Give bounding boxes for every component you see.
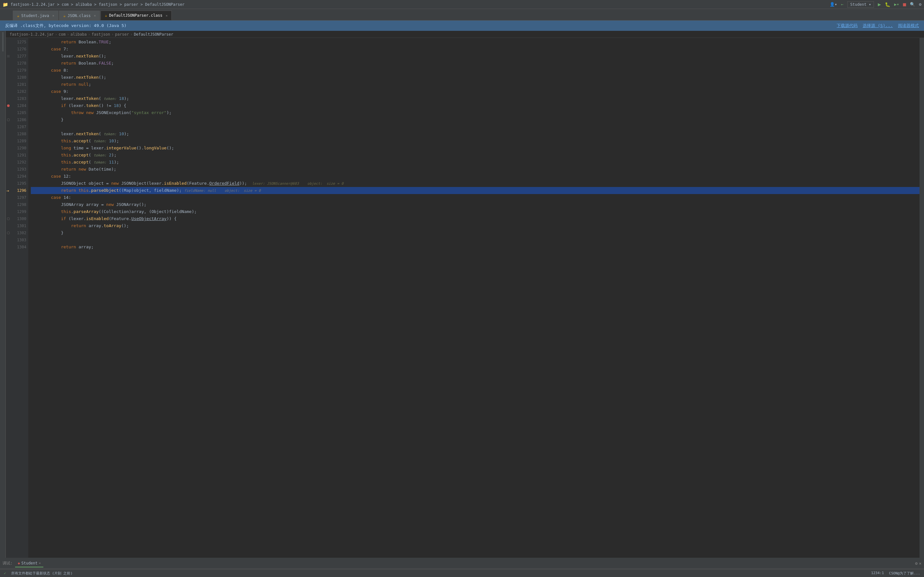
profile-icon[interactable]: 👤▾ xyxy=(829,2,837,7)
status-bar: ✓ 所有文件都处于最新状态 (片刻 之前) 1234:1 CSON@为了了解..… xyxy=(0,569,924,577)
debug-header: 调试: ◆ Student ✕ ⚙ ✕ xyxy=(0,558,924,569)
code-line-1285: throw new JSONException("syntax error"); xyxy=(31,109,919,116)
code-line-1299: this.parseArray((Collection)array, (Obje… xyxy=(31,208,919,215)
debug-title: 调试: xyxy=(3,561,13,566)
debug-header-controls: ⚙ ✕ xyxy=(915,561,921,566)
breadcrumb: fastjson-1.2.24.jar › com › alibaba › fa… xyxy=(6,31,924,38)
code-line-1304: return array; xyxy=(31,243,919,251)
back-icon[interactable]: ← xyxy=(841,2,844,7)
debug-session-icon: ◆ xyxy=(18,561,20,566)
code-line-1303 xyxy=(31,237,919,243)
title-path: fastjson-1.2.24.jar > com > alibaba > fa… xyxy=(11,2,185,7)
code-line-1278: return Boolean.FALSE; xyxy=(31,60,919,67)
code-line-1284: if (lexer.token() != 18) { xyxy=(31,102,919,109)
code-line-1283: lexer.nextToken( token: 18); xyxy=(31,95,919,102)
status-encoding: CSON@为了了解... xyxy=(889,571,920,576)
debug-close-icon[interactable]: ✕ xyxy=(919,561,921,566)
tab-label-defaultjson: DefaultJSONParser.class xyxy=(109,13,162,18)
code-line-1277: lexer.nextToken(); xyxy=(31,53,919,60)
code-line-1275: return Boolean.TRUE; xyxy=(31,39,919,46)
more-run-btn[interactable]: ▶▾ xyxy=(894,2,899,7)
code-line-1300: if (lexer.isEnabled(Feature.UseObjectArr… xyxy=(31,215,919,222)
editor-main: fastjson-1.2.24.jar › com › alibaba › fa… xyxy=(0,31,924,558)
tab-label-student: Student.java xyxy=(21,13,49,18)
code-line-1296: return this.parseObject((Map)object, fie… xyxy=(31,187,919,194)
code-line-1292: this.accept( token: 11); xyxy=(31,159,919,166)
code-line-1298: JSONArray array = new JSONArray(); xyxy=(31,201,919,208)
notif-text: 反编译 .class文件, bytecode version: 49.0 (Ja… xyxy=(5,23,127,29)
left-sidebar xyxy=(0,31,6,558)
notification-bar: 反编译 .class文件, bytecode version: 49.0 (Ja… xyxy=(0,21,924,31)
code-content[interactable]: return Boolean.TRUE; case 7: lexer.nextT… xyxy=(28,38,919,558)
tab-close-defaultjson[interactable]: ✕ xyxy=(166,14,167,17)
title-bar: 📁 fastjson-1.2.24.jar > com > alibaba > … xyxy=(0,0,924,9)
code-line-1287 xyxy=(31,123,919,131)
tab-icon-defaultjson: ☕ xyxy=(104,13,107,18)
debug-run-btn[interactable]: 🐛 xyxy=(885,2,890,7)
code-line-1282: case 9: xyxy=(31,88,919,95)
status-ok-icon: ✓ xyxy=(4,571,6,575)
tab-close-json[interactable]: ✕ xyxy=(94,14,96,17)
notif-actions: 下载源代码 选择源 (S)... 阅读器模式 xyxy=(837,23,919,29)
title-bar-controls: 👤▾ ← Student ▾ ▶ 🐛 ▶▾ ■ 🔍 ⚙ xyxy=(829,1,921,8)
debug-session-label: Student xyxy=(21,561,38,566)
debug-session-close[interactable]: ✕ xyxy=(39,561,41,565)
tab-close-student[interactable]: ✕ xyxy=(52,14,54,17)
code-line-1291: this.accept( token: 2); xyxy=(31,152,919,159)
code-line-1295: JSONObject object = new JSONObject(lexer… xyxy=(31,180,919,187)
line-numbers: 1275 1276 1277 1278 1279 1280 1281 1282 … xyxy=(6,38,28,251)
tab-json[interactable]: ☕ JSON.class ✕ xyxy=(59,11,100,20)
code-line-1276: case 7: xyxy=(31,46,919,53)
tab-defaultjson[interactable]: ☕ DefaultJSONParser.class ✕ xyxy=(101,11,172,20)
breadcrumb-parser: parser xyxy=(115,32,129,37)
code-editor[interactable]: 1275 1276 1277 1278 1279 1280 1281 1282 … xyxy=(6,38,924,558)
breadcrumb-root: fastjson-1.2.24.jar xyxy=(10,32,54,37)
debug-settings-icon[interactable]: ⚙ xyxy=(915,561,918,566)
run-config[interactable]: Student ▾ xyxy=(847,1,874,8)
breadcrumb-fastjson: fastjson xyxy=(92,32,110,37)
status-text: 所有文件都处于最新状态 (片刻 之前) xyxy=(11,571,73,576)
tab-icon-student: ☕ xyxy=(17,13,19,18)
stop-btn[interactable]: ■ xyxy=(903,1,906,7)
code-line-1289: this.accept( token: 10); xyxy=(31,137,919,145)
code-line-1280: lexer.nextToken(); xyxy=(31,74,919,81)
debug-session-tab[interactable]: ◆ Student ✕ xyxy=(15,560,43,567)
code-line-1279: case 8: xyxy=(31,67,919,74)
code-line-1293: return new Date(time); xyxy=(31,166,919,173)
download-source-link[interactable]: 下载源代码 xyxy=(837,23,858,29)
status-position[interactable]: 1234:1 xyxy=(871,571,884,576)
run-btn[interactable]: ▶ xyxy=(878,1,881,7)
breadcrumb-com: com xyxy=(59,32,66,37)
code-line-1290: long time = lexer.integerValue().longVal… xyxy=(31,145,919,152)
line-number-gutter: 1275 1276 1277 1278 1279 1280 1281 1282 … xyxy=(6,38,28,558)
code-line-1294: case 12: xyxy=(31,173,919,180)
breadcrumb-alibaba: alibaba xyxy=(70,32,87,37)
reader-mode-link[interactable]: 阅读器模式 xyxy=(898,23,919,29)
breadcrumb-class: DefaultJSONParser xyxy=(134,32,174,37)
status-right: 1234:1 CSON@为了了解... xyxy=(871,571,920,576)
code-line-1301: return array.toArray(); xyxy=(31,222,919,229)
tab-label-json: JSON.class xyxy=(67,13,90,18)
code-line-1288: lexer.nextToken( token: 10); xyxy=(31,131,919,137)
code-line-1297: case 14: xyxy=(31,194,919,201)
tab-student[interactable]: ☕ Student.java ✕ xyxy=(13,11,58,20)
code-line-1286: } xyxy=(31,116,919,123)
code-area[interactable]: fastjson-1.2.24.jar › com › alibaba › fa… xyxy=(6,31,924,558)
settings-icon[interactable]: ⚙ xyxy=(919,2,921,7)
code-line-1302: } xyxy=(31,229,919,237)
tab-bar: ☕ Student.java ✕ ☕ JSON.class ✕ ☕ Defaul… xyxy=(0,9,924,21)
editor-scrollbar[interactable] xyxy=(919,38,924,558)
code-line-1281: return null; xyxy=(31,81,919,88)
tab-icon-json: ☕ xyxy=(63,13,66,18)
search-icon[interactable]: 🔍 xyxy=(910,2,915,7)
select-source-link[interactable]: 选择源 (S)... xyxy=(863,23,893,29)
project-icon: 📁 xyxy=(3,2,8,7)
